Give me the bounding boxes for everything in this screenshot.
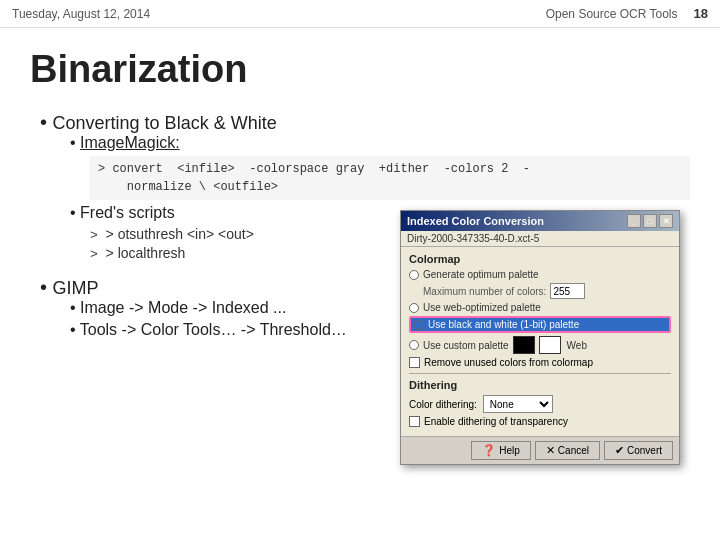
dialog-footer: ❓ Help ✕ Cancel ✔ Convert	[401, 436, 679, 464]
help-label: Help	[499, 445, 520, 456]
convert-button[interactable]: ✔ Convert	[604, 441, 673, 460]
imagemagick-link: ImageMagick:	[80, 134, 180, 151]
radio-web-dot	[409, 303, 419, 313]
titlebar-buttons: _ □ ✕	[627, 214, 673, 228]
enable-alpha-checkbox[interactable]	[409, 416, 420, 427]
radio-custom-label: Use custom palette	[423, 340, 509, 351]
dialog-body: Colormap Generate optimum palette Maximu…	[401, 247, 679, 436]
radio-optimum-label: Generate optimum palette	[423, 269, 539, 280]
radio-bw-label: Use black and white (1-bit) palette	[428, 319, 579, 330]
radio-optimum-dot	[409, 270, 419, 280]
slide-date: Tuesday, August 12, 2014	[12, 7, 150, 21]
dialog-container: Indexed Color Conversion _ □ ✕ Dirty-200…	[390, 270, 690, 347]
color-swatch-black	[513, 336, 535, 354]
radio-web[interactable]: Use web-optimized palette	[409, 302, 671, 313]
code-convert: > convert <infile> -colorspace gray +dit…	[90, 156, 690, 200]
enable-alpha-label: Enable dithering of transparency	[424, 416, 568, 427]
remove-unused-checkbox[interactable]	[409, 357, 420, 368]
colormap-label: Colormap	[409, 253, 671, 265]
max-colors-input[interactable]	[550, 283, 585, 299]
dialog-subtitle: Dirty-2000-347335-40-D.xct-5	[401, 231, 679, 247]
maximize-button[interactable]: □	[643, 214, 657, 228]
enable-alpha-row: Enable dithering of transparency	[409, 416, 671, 427]
indexed-color-dialog: Indexed Color Conversion _ □ ✕ Dirty-200…	[400, 210, 680, 465]
minimize-button[interactable]: _	[627, 214, 641, 228]
dithering-label: Dithering	[409, 379, 671, 391]
gimp-bullets: GIMP Image -> Mode -> Indexed ... Tools …	[30, 270, 390, 347]
bullet-gimp-mode: Image -> Mode -> Indexed ...	[70, 299, 390, 317]
radio-web-label: Use web-optimized palette	[423, 302, 541, 313]
color-swatch-white	[539, 336, 561, 354]
cancel-label: Cancel	[558, 445, 589, 456]
sub-bullets-gimp: Image -> Mode -> Indexed ... Tools -> Co…	[40, 299, 390, 339]
color-dithering-row: Color dithering: None	[409, 395, 671, 413]
lower-section: GIMP Image -> Mode -> Indexed ... Tools …	[30, 270, 690, 347]
dithering-section: Dithering Color dithering: None Enable d…	[409, 379, 671, 427]
header-right: Open Source OCR Tools 18	[546, 6, 708, 21]
dialog-titlebar: Indexed Color Conversion _ □ ✕	[401, 211, 679, 231]
convert-icon: ✔	[615, 444, 624, 457]
header-bar: Tuesday, August 12, 2014 Open Source OCR…	[0, 0, 720, 28]
color-dithering-label: Color dithering:	[409, 399, 477, 410]
page-number: 18	[694, 6, 708, 21]
separator	[409, 373, 671, 374]
slide-content: Binarization Converting to Black & White…	[0, 28, 720, 367]
close-button[interactable]: ✕	[659, 214, 673, 228]
web-label: Web	[567, 340, 587, 351]
help-button[interactable]: ❓ Help	[471, 441, 531, 460]
presentation-title: Open Source OCR Tools	[546, 7, 678, 21]
radio-custom-dot	[409, 340, 419, 350]
max-colors-label: Maximum number of colors:	[423, 286, 546, 297]
radio-custom[interactable]: Use custom palette Web	[409, 336, 671, 354]
remove-unused-row: Remove unused colors from colormap	[409, 357, 671, 368]
cancel-button[interactable]: ✕ Cancel	[535, 441, 600, 460]
color-dithering-select[interactable]: None	[483, 395, 553, 413]
radio-optimum[interactable]: Generate optimum palette	[409, 269, 671, 280]
radio-bw-dot	[414, 320, 424, 330]
radio-bw[interactable]: Use black and white (1-bit) palette	[409, 316, 671, 333]
dialog-title: Indexed Color Conversion	[407, 215, 544, 227]
bullet-gimp: GIMP Image -> Mode -> Indexed ... Tools …	[40, 276, 390, 339]
convert-label: Convert	[627, 445, 662, 456]
slide-title: Binarization	[30, 48, 690, 91]
max-colors-row: Maximum number of colors:	[423, 283, 671, 299]
help-icon: ❓	[482, 444, 496, 457]
bullet-imagemagick: ImageMagick:	[70, 134, 690, 152]
bullet-gimp-tools: Tools -> Color Tools… -> Threshold…	[70, 321, 390, 339]
cancel-icon: ✕	[546, 444, 555, 457]
remove-unused-label: Remove unused colors from colormap	[424, 357, 593, 368]
sub-bullets-imagemagick: ImageMagick:	[40, 134, 690, 152]
